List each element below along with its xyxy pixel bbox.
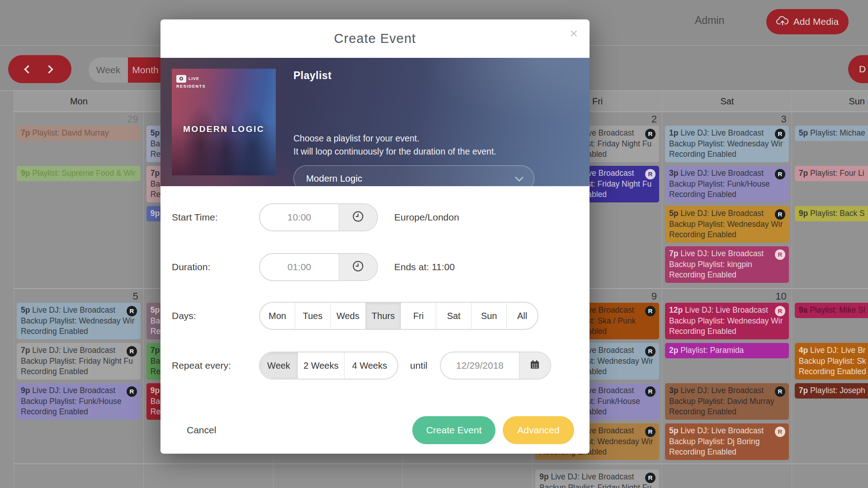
duration-row: Duration: 01:00 Ends at: 11:00 <box>160 253 590 281</box>
day-header: Mon <box>14 91 144 112</box>
playlist-dropdown[interactable]: Modern Logic <box>293 165 534 192</box>
calendar-event[interactable]: 7p Playlist: Joseph <box>795 383 868 399</box>
start-time-value[interactable]: 10:00 <box>260 204 339 230</box>
date-number: 5 <box>133 291 138 302</box>
calendar-cell: 297p Playlist: David Murray9p Playlist: … <box>14 112 144 288</box>
create-event-modal: Create Event × LIVE RESIDENTS MODERN LOG… <box>160 19 590 454</box>
date-number: 9 <box>651 291 657 302</box>
chevron-down-icon <box>515 173 523 181</box>
advanced-button[interactable]: Advanced <box>503 416 574 444</box>
repeat-option-4-weeks[interactable]: 4 Weeks <box>344 352 395 379</box>
date-picker-button[interactable] <box>519 352 550 379</box>
tab-month-view[interactable]: Month <box>128 57 163 83</box>
playlist-banner: LIVE RESIDENTS MODERN LOGIC Playlist Cho… <box>160 58 590 186</box>
calendar-event[interactable]: 7p Live DJ: Live BroadcastBackup Playlis… <box>665 246 789 283</box>
playlist-dropdown-value: Modern Logic <box>306 173 362 183</box>
calendar-event[interactable]: 12p Live DJ: Live BroadcastBackup Playli… <box>665 303 789 339</box>
calendar-event[interactable]: 2p Playlist: Paramida <box>665 343 789 358</box>
calendar-event[interactable]: 5p Playlist: Michae <box>795 126 868 141</box>
recording-badge: R <box>775 249 785 260</box>
admin-link[interactable]: Admin <box>695 14 724 27</box>
day-option-mon[interactable]: Mon <box>260 303 295 329</box>
calendar-cell <box>274 464 403 488</box>
date-number: 2 <box>651 113 657 125</box>
date-number: 3 <box>781 113 787 125</box>
day-option-fri[interactable]: Fri <box>401 303 436 329</box>
add-media-button[interactable]: Add Media <box>766 9 849 34</box>
start-time-row: Start Time: 10:00 Europe/London <box>160 203 590 231</box>
calendar-event[interactable]: 5p Live DJ: Live BroadcastBackup Playlis… <box>17 303 141 339</box>
calendar-event[interactable]: 9p Live DJ: Live BroadcastBackup Playlis… <box>17 383 141 420</box>
day-option-weds[interactable]: Weds <box>330 303 366 329</box>
add-media-label: Add Media <box>793 16 839 27</box>
day-option-tues[interactable]: Tues <box>295 303 330 329</box>
calendar-event[interactable]: 5p Live DJ: Live BroadcastBackup Playlis… <box>665 206 789 243</box>
calendar-event[interactable]: 1p Live DJ: Live BroadcastBackup Playlis… <box>665 126 789 162</box>
repeat-option-week[interactable]: Week <box>260 352 298 379</box>
recording-badge: R <box>645 427 656 437</box>
duration-input[interactable]: 01:00 <box>259 253 378 281</box>
create-event-button[interactable]: Create Event <box>412 416 495 444</box>
recording-badge: R <box>645 386 656 397</box>
calendar-cell <box>662 464 792 488</box>
camera-icon <box>176 75 186 83</box>
ends-at-label: Ends at: 11:00 <box>394 253 455 281</box>
calendar-event[interactable]: 9p Playlist: Supreme Food & Wir <box>17 166 141 181</box>
recording-badge: R <box>775 306 785 316</box>
calendar-event[interactable]: 4p Live DJ: Live BrBackup Playlist: SkRe… <box>795 343 868 380</box>
day-option-thurs[interactable]: Thurs <box>366 303 401 329</box>
calendar-event[interactable]: 7p Live DJ: Live BroadcastBackup Playlis… <box>17 343 141 380</box>
calendar-column-sun: Sun5p Playlist: Michae7p Playlist: Four … <box>792 91 868 488</box>
banner-description: Choose a playlist for your event. It wil… <box>293 132 496 158</box>
recording-badge: R <box>645 473 656 483</box>
calendar-cell: 1012p Live DJ: Live BroadcastBackup Play… <box>662 288 792 464</box>
calendar-cell: 55p Live DJ: Live BroadcastBackup Playli… <box>14 288 144 464</box>
calendar-cell <box>14 464 144 488</box>
duration-picker-button[interactable] <box>339 254 377 280</box>
timezone-label: Europe/London <box>394 203 459 231</box>
until-label: until <box>410 352 428 380</box>
start-time-input[interactable]: 10:00 <box>259 203 378 231</box>
day-option-all[interactable]: All <box>507 303 538 329</box>
calendar-event[interactable]: 9a Playlist: Mike Sl <box>795 303 868 318</box>
calendar-column-mon: Mon297p Playlist: David Murray9p Playlis… <box>14 91 144 488</box>
day-header: Sat <box>662 91 792 112</box>
repeat-label: Repeat every: <box>172 352 231 380</box>
calendar-event[interactable]: 7p Playlist: Four Li <box>795 166 868 181</box>
calendar-event[interactable]: 9p Live DJ: Live BroadcastBackup Playlis… <box>535 469 659 488</box>
close-icon[interactable]: × <box>570 26 578 41</box>
artwork-badge: LIVE RESIDENTS <box>176 75 206 89</box>
toolbar-right-button[interactable]: D <box>848 55 868 83</box>
clock-icon <box>352 260 364 274</box>
until-date-input[interactable]: 12/29/2018 <box>440 352 551 380</box>
recording-badge: R <box>645 169 656 179</box>
calendar-event[interactable]: 9p Playlist: Back S <box>795 206 868 221</box>
calendar-cell: 9a Playlist: Mike Sl4p Live DJ: Live BrB… <box>792 288 868 464</box>
repeat-option-2-weeks[interactable]: 2 Weeks <box>298 352 344 379</box>
tab-week-view[interactable]: Week <box>89 57 128 83</box>
day-option-sun[interactable]: Sun <box>472 303 507 329</box>
calendar-cell <box>792 464 868 488</box>
cloud-upload-icon <box>776 16 789 28</box>
start-time-picker-button[interactable] <box>339 204 377 230</box>
day-option-sat[interactable]: Sat <box>436 303 472 329</box>
date-number: 29 <box>127 113 138 125</box>
artwork-title: MODERN LOGIC <box>172 124 276 134</box>
repeat-segmented: Week2 Weeks4 Weeks <box>259 352 398 380</box>
calendar-event[interactable]: 3p Live DJ: Live BroadcastBackup Playlis… <box>665 383 789 420</box>
calendar-cell: 5p Playlist: Michae7p Playlist: Four Li9… <box>792 112 868 288</box>
calendar-event[interactable]: 7p Playlist: David Murray <box>17 126 141 141</box>
days-label: Days: <box>172 302 196 330</box>
until-date-value[interactable]: 12/29/2018 <box>441 352 519 379</box>
page: Admin Add Media Week Month D Mon297p Pla… <box>0 0 868 488</box>
modal-footer: Cancel Create Event Advanced <box>160 416 590 444</box>
next-button[interactable] <box>45 65 53 73</box>
cancel-button[interactable]: Cancel <box>187 416 216 444</box>
calendar-event[interactable]: 3p Live DJ: Live BroadcastBackup Playlis… <box>665 166 789 202</box>
previous-button[interactable] <box>24 65 32 73</box>
calendar-event[interactable]: 5p Live DJ: Live BroadcastBackup Playlis… <box>665 423 789 460</box>
repeat-row: Repeat every: Week2 Weeks4 Weeks until 1… <box>160 352 590 380</box>
recording-badge: R <box>645 129 656 139</box>
recording-badge: R <box>127 386 137 397</box>
duration-value[interactable]: 01:00 <box>260 254 339 280</box>
